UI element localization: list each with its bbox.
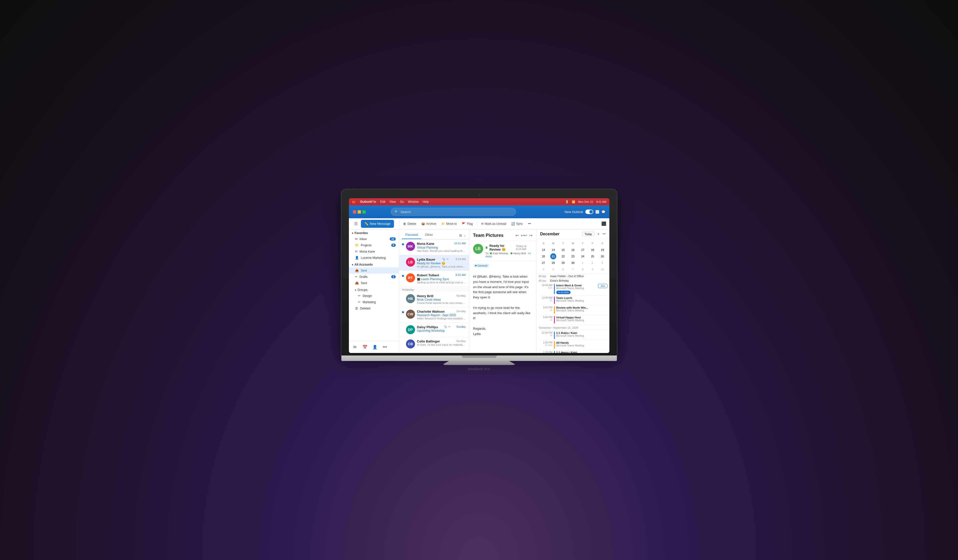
archive-button[interactable]: 📦 Archive	[419, 220, 438, 228]
minimize-dot[interactable]	[358, 210, 361, 214]
email-item-robin[interactable]: RC Robin Counts Sunday Last minute thoug…	[399, 351, 469, 353]
cal-cell-25[interactable]: 25	[590, 253, 596, 259]
cal-cell-18[interactable]: 18	[590, 247, 596, 253]
sidebar-item-design[interactable]: ✏ Design	[349, 293, 399, 299]
sync-button[interactable]: 🔄 Sync	[509, 220, 525, 228]
replyall-icon[interactable]: ↩↩	[521, 233, 527, 238]
edit-menu[interactable]: Edit	[380, 200, 385, 204]
tab-focused[interactable]: Focused	[402, 231, 422, 239]
email-item-charlotte[interactable]: CW Charlotte Waltson Sunday Research Rep…	[399, 307, 469, 323]
cal-cell-27[interactable]: 27	[541, 260, 547, 266]
chat-icon[interactable]: 💬	[601, 210, 605, 214]
join-button[interactable]: Join	[598, 284, 607, 288]
email-item-daisy[interactable]: DP Daisy Phillips 📎 ✏ Sunday	[399, 323, 469, 337]
tab-other[interactable]: Other	[421, 231, 436, 239]
cal-cell-24[interactable]: 24	[580, 253, 586, 259]
email-item-colin[interactable]: CB Colin Ballinger Sunday Hi Katri, I'd …	[399, 337, 469, 351]
cal-cell-30[interactable]: 30	[570, 260, 576, 266]
sidebar-item-deleted[interactable]: 🗑 Deleted	[349, 305, 399, 312]
event-all-hands[interactable]: 1:30 PM 1h 30m All Hands Microsoft Teams…	[539, 340, 607, 350]
email-subject: Upcoming Workshop	[417, 329, 466, 332]
cal-cell-1a[interactable]: 1	[580, 260, 586, 266]
mark-unread-button[interactable]: ✉ Mark as Unread	[479, 220, 508, 228]
cal-cell-20[interactable]: 20	[541, 253, 547, 259]
sidebar-item-marketing[interactable]: ✏ Marketing	[349, 299, 399, 305]
calendar-nav-btn[interactable]: 📅	[361, 343, 369, 351]
cal-cell-14[interactable]: 14	[550, 247, 556, 253]
event-happy-hour[interactable]: 5:00 PM 1h Virtual Happy Hour Microsoft …	[539, 315, 607, 325]
cal-cell-19[interactable]: 19	[600, 247, 605, 253]
filter-icon[interactable]: ⊞	[459, 233, 462, 237]
window-menu[interactable]: Window	[408, 200, 419, 204]
cal-cell-15[interactable]: 15	[560, 247, 566, 253]
new-outlook-toggle[interactable]	[585, 210, 593, 214]
cal-cell-21-today[interactable]: 21	[550, 253, 556, 259]
sidebar-item-inbox[interactable]: ✉ Inbox 12	[349, 236, 399, 242]
groups-label: Groups	[358, 288, 367, 292]
close-dot[interactable]	[353, 210, 356, 214]
cal-cell-17[interactable]: 17	[580, 247, 586, 253]
sidebar-item-drafts[interactable]: ✏ Drafts 2	[349, 274, 399, 280]
all-accounts-section[interactable]: ▾ All Accounts	[349, 261, 399, 267]
cal-cell-16[interactable]: 16	[570, 247, 576, 253]
cal-cell-9[interactable]: 9	[590, 266, 596, 272]
cal-cell-5[interactable]: 5	[550, 266, 556, 272]
search-bar[interactable]: 🔍 Search	[391, 208, 516, 216]
app-window: 🔍 Search New Outlook ⬜ 💬 ☰	[349, 205, 609, 353]
cal-cell-3a[interactable]: 3	[600, 260, 605, 266]
email-icons: 📎 ✏	[442, 258, 449, 261]
event-intern[interactable]: 10:00 AM 30m Intern Meet & Greet Microso…	[539, 283, 607, 296]
sidebar-item-lucerne[interactable]: 👤 Lucerne Marketing	[349, 255, 399, 261]
sidebar-item-sent[interactable]: 📤 Sent	[349, 280, 399, 286]
cal-cell-29[interactable]: 29	[560, 260, 566, 266]
cal-cell-13[interactable]: 13	[541, 247, 547, 253]
people-nav-btn[interactable]: 👤	[371, 343, 379, 351]
sidebar-item-projects[interactable]: 📁 Projects 8	[349, 242, 399, 248]
forward-icon[interactable]: ↪	[529, 233, 533, 238]
cal-cell-22[interactable]: 22	[560, 253, 566, 259]
sort-icon[interactable]: ↓	[464, 233, 466, 237]
more-button[interactable]: •••	[526, 220, 533, 228]
moveto-button[interactable]: 📁 Move to	[439, 220, 459, 228]
action-bar: ☰ ✏️ New Message 🗑 Delete 📦 Archive	[349, 218, 609, 229]
new-message-button[interactable]: ✏️ New Message	[361, 220, 394, 228]
cal-cell-28[interactable]: 28	[550, 260, 556, 266]
cal-cell-7[interactable]: 7	[570, 266, 576, 272]
help-menu[interactable]: Help	[422, 200, 429, 204]
groups-section[interactable]: ▾ Groups	[349, 286, 399, 293]
maximize-dot[interactable]	[362, 210, 366, 214]
event-henry-katri[interactable]: 1:30 PM 1:1 Henry / Katri	[539, 350, 607, 353]
layout-icon[interactable]: ⬜	[595, 210, 600, 214]
calendar-more-icon[interactable]: •••	[603, 232, 606, 236]
reply-icon[interactable]: ↩	[515, 233, 519, 238]
reading-pane-toggle[interactable]: ⬛	[601, 221, 606, 226]
go-menu[interactable]: Go	[400, 200, 404, 204]
delete-button[interactable]: 🗑 Delete	[401, 220, 418, 228]
file-menu[interactable]: File	[371, 200, 376, 204]
cal-cell-2a[interactable]: 2	[590, 260, 596, 266]
event-review[interactable]: 3:00 PM 1h Review with North Win... Micr…	[539, 305, 607, 315]
flag-button[interactable]: 🚩 Flag	[460, 220, 474, 228]
cal-cell-10[interactable]: 10	[600, 266, 605, 272]
mail-nav-btn[interactable]: ✉	[351, 343, 359, 351]
today-button[interactable]: Today	[582, 232, 594, 236]
email-item-robert[interactable]: RT Robert Tolbert 8:31 AM ⬛	[399, 271, 469, 286]
favorites-section[interactable]: ▾ Favorites	[349, 229, 399, 236]
event-duration-3: 1h	[539, 309, 552, 312]
more-nav-btn[interactable]: •••	[381, 343, 389, 351]
event-team-lunch[interactable]: 12:00 AM 1h Team Lunch Microsoft Teams M…	[539, 296, 607, 305]
sidebar-item-sent-active[interactable]: 📤 Sent	[349, 267, 399, 274]
email-item-mona[interactable]: MK Mona Kane 10:21 AM Virtual Planning	[399, 239, 469, 255]
sidebar-item-robin[interactable]: ✉ Mona Kane	[349, 248, 399, 255]
cal-cell-6[interactable]: 6	[560, 266, 566, 272]
cal-cell-8[interactable]: 8	[580, 266, 586, 272]
cal-cell-4[interactable]: 4	[541, 266, 547, 272]
cal-cell-23[interactable]: 23	[570, 253, 576, 259]
view-menu[interactable]: View	[389, 200, 396, 204]
hamburger-button[interactable]: ☰	[352, 220, 360, 228]
cal-cell-26[interactable]: 26	[600, 253, 605, 259]
email-item-lydia[interactable]: LB Lydia Bauer 📎 ✏ 9:19 AM	[399, 255, 469, 271]
email-item-henry[interactable]: HB Henry Brill Sunday Book Cover Ideas F…	[399, 292, 469, 307]
add-event-icon[interactable]: +	[597, 232, 600, 236]
event-robin-katri[interactable]: 12:00 PM 1h 1:1 Robin / Katri Microsoft …	[539, 331, 607, 340]
